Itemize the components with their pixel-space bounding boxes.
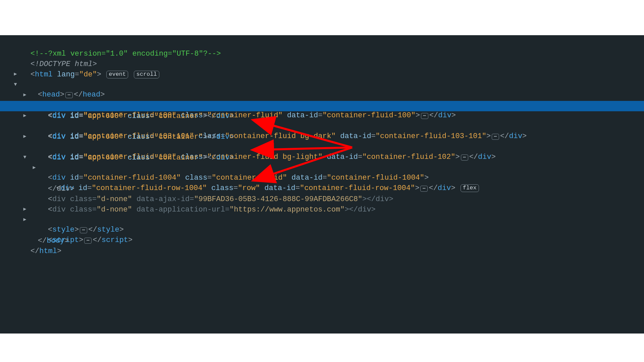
blank-top-margin xyxy=(0,0,644,35)
code-line-head[interactable]: ▶ <head>⋯</head> xyxy=(0,70,644,80)
code-line-html-close[interactable]: </html> xyxy=(0,236,644,246)
expand-triangle-icon[interactable]: ▶ xyxy=(21,113,28,119)
expand-triangle-icon[interactable]: ▶ xyxy=(21,92,28,99)
code-line-app-600-2[interactable]: <div id="app-600" class="container"></di… xyxy=(0,122,644,132)
code-line-container-fluid-102[interactable]: ▶ <div id="container-fluid-102" class="c… xyxy=(0,132,644,142)
code-line-script[interactable]: ▶ <script>⋯</script> xyxy=(0,215,644,226)
expand-triangle-icon[interactable]: ▶ xyxy=(31,165,38,171)
collapse-triangle-icon[interactable]: ▼ xyxy=(21,154,28,161)
code-line-app-600-3[interactable]: <div id="app-600" class="container"></di… xyxy=(0,142,644,153)
devtools-elements-panel[interactable]: <!--?xml version="1.0" encoding="UTF-8"?… xyxy=(0,35,644,334)
code-line-app-600-selected[interactable]: <div id="app-600" class="container"></di… xyxy=(0,101,644,111)
code-line-xml-declaration[interactable]: <!--?xml version="1.0" encoding="UTF-8"?… xyxy=(0,39,644,49)
code-line-body-open[interactable]: ▼ <body> xyxy=(0,80,644,90)
expand-triangle-icon[interactable]: ▶ xyxy=(12,71,19,78)
code-line-html-open[interactable]: <html lang="de"> event scroll xyxy=(0,59,644,70)
code-line-dnone-url[interactable]: <div class="d-none" data-application-url… xyxy=(0,194,644,205)
expand-triangle-icon[interactable]: ▶ xyxy=(21,217,28,223)
collapse-triangle-icon[interactable]: ▼ xyxy=(12,81,19,88)
code-line-container-fluid-100[interactable]: ▶ <div id="container-fluid-100" class="c… xyxy=(0,90,644,101)
code-line-doctype[interactable]: <!DOCTYPE html> xyxy=(0,49,644,59)
code-line-body-close[interactable]: </body> xyxy=(0,226,644,236)
expand-triangle-icon[interactable]: ▶ xyxy=(21,206,28,213)
code-line-style[interactable]: ▶ <style>⋯</style> xyxy=(0,205,644,215)
code-line-container-fluid-1004-close[interactable]: </div> xyxy=(0,174,644,184)
code-line-dnone-ajax[interactable]: <div class="d-none" data-ajax-id="99BFAD… xyxy=(0,184,644,194)
expand-triangle-icon[interactable]: ▶ xyxy=(21,133,28,140)
code-line-container-fluid-row-1004[interactable]: ▶ <div id="container-fluid-row-1004" cla… xyxy=(0,163,644,174)
code-line-container-fluid-103-101[interactable]: ▶ <div id="container-fluid-103-101" clas… xyxy=(0,111,644,122)
code-line-container-fluid-1004-open[interactable]: ▼ <div id="container-fluid-1004" class="… xyxy=(0,153,644,163)
